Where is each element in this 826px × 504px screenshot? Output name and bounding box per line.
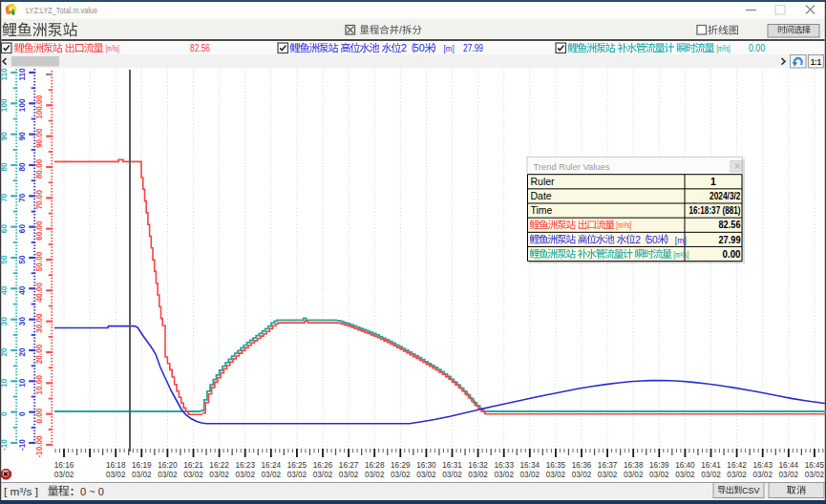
svg-text:50: 50 bbox=[413, 42, 425, 53]
svg-text:16:23: 16:23 bbox=[235, 460, 255, 470]
svg-text:03/02: 03/02 bbox=[701, 470, 721, 479]
svg-text:90.00: 90.00 bbox=[35, 128, 44, 148]
svg-text:03/02: 03/02 bbox=[365, 470, 385, 479]
svg-text:40.00: 40.00 bbox=[35, 283, 44, 303]
svg-text:100.00: 100.00 bbox=[35, 94, 44, 118]
svg-text:70.00: 70.00 bbox=[35, 190, 44, 210]
svg-text:10: 10 bbox=[0, 378, 9, 388]
svg-text:03/02: 03/02 bbox=[779, 470, 799, 479]
svg-text:03/02: 03/02 bbox=[287, 470, 307, 479]
svg-text:CSV: CSV bbox=[742, 486, 760, 495]
svg-text:16:16: 16:16 bbox=[54, 460, 74, 470]
svg-text:16:41: 16:41 bbox=[701, 460, 721, 470]
svg-text:16:21: 16:21 bbox=[183, 460, 203, 470]
svg-text:100: 100 bbox=[18, 98, 27, 112]
svg-text:Time: Time bbox=[531, 204, 553, 216]
svg-text:03/02: 03/02 bbox=[494, 470, 514, 479]
svg-text:03/02: 03/02 bbox=[572, 470, 592, 479]
svg-text:16:40: 16:40 bbox=[675, 460, 695, 470]
svg-text:03/02: 03/02 bbox=[391, 470, 411, 479]
svg-text:03/02: 03/02 bbox=[546, 470, 566, 479]
svg-text:40: 40 bbox=[18, 285, 27, 295]
svg-text:03/02: 03/02 bbox=[805, 470, 825, 479]
svg-text:0.00: 0.00 bbox=[35, 408, 44, 423]
svg-text:[m]: [m] bbox=[675, 236, 687, 245]
svg-text:82.56: 82.56 bbox=[190, 43, 210, 53]
svg-text:-10: -10 bbox=[18, 439, 27, 451]
svg-text:03/02: 03/02 bbox=[209, 470, 229, 479]
svg-text:16:20: 16:20 bbox=[158, 460, 178, 470]
svg-text:16:22: 16:22 bbox=[209, 460, 229, 470]
svg-text:0: 0 bbox=[0, 411, 9, 416]
svg-text:16:18:37 (881): 16:18:37 (881) bbox=[689, 205, 741, 216]
svg-text:100: 100 bbox=[0, 98, 9, 112]
svg-text:/: / bbox=[399, 24, 402, 35]
svg-text:60.00: 60.00 bbox=[35, 220, 44, 241]
svg-text:16:26: 16:26 bbox=[313, 460, 333, 470]
svg-text:0.00: 0.00 bbox=[723, 249, 741, 260]
svg-text:10: 10 bbox=[18, 378, 27, 388]
svg-text:03/02: 03/02 bbox=[339, 470, 359, 479]
svg-text:16:45: 16:45 bbox=[805, 460, 825, 470]
svg-text:50: 50 bbox=[18, 255, 27, 264]
svg-text:60: 60 bbox=[18, 224, 27, 234]
svg-text:50: 50 bbox=[646, 235, 658, 245]
svg-text:[m³/s]: [m³/s] bbox=[673, 250, 688, 260]
svg-text:30: 30 bbox=[18, 317, 27, 326]
svg-text:16:44: 16:44 bbox=[779, 460, 799, 470]
svg-text:110: 110 bbox=[0, 68, 9, 81]
svg-text:03/02: 03/02 bbox=[598, 470, 618, 479]
svg-text:Trend Ruler Values: Trend Ruler Values bbox=[534, 161, 610, 172]
svg-text:1:1: 1:1 bbox=[811, 58, 821, 67]
svg-text:0: 0 bbox=[18, 411, 27, 416]
svg-text:03/02: 03/02 bbox=[313, 470, 333, 479]
svg-text::: : bbox=[71, 485, 74, 498]
svg-text:90: 90 bbox=[0, 132, 9, 141]
svg-text:2024/3/2: 2024/3/2 bbox=[710, 191, 741, 201]
svg-text:LYZ:LYZ_Total.In.value: LYZ:LYZ_Total.In.value bbox=[26, 5, 97, 15]
svg-text:2: 2 bbox=[635, 235, 641, 245]
svg-text:16:29: 16:29 bbox=[391, 460, 411, 470]
svg-text:-10: -10 bbox=[0, 439, 9, 451]
svg-text:16:35: 16:35 bbox=[546, 460, 566, 470]
svg-text:27.99: 27.99 bbox=[463, 43, 483, 53]
svg-text:110: 110 bbox=[18, 68, 27, 81]
svg-text:[m]: [m] bbox=[444, 44, 455, 53]
svg-text:60: 60 bbox=[0, 224, 9, 234]
svg-text:80.00: 80.00 bbox=[35, 158, 44, 178]
svg-text:0.00: 0.00 bbox=[749, 43, 765, 53]
svg-text:03/02: 03/02 bbox=[468, 470, 488, 479]
svg-text:03/02: 03/02 bbox=[675, 470, 695, 479]
svg-text:16:19: 16:19 bbox=[132, 460, 152, 470]
svg-text:03/02: 03/02 bbox=[183, 470, 203, 479]
svg-text:16:25: 16:25 bbox=[287, 460, 307, 470]
svg-text:03/02: 03/02 bbox=[132, 470, 152, 479]
svg-text:80: 80 bbox=[18, 162, 27, 172]
svg-text:03/02: 03/02 bbox=[158, 470, 178, 479]
svg-text:16:33: 16:33 bbox=[494, 460, 514, 470]
svg-text:70: 70 bbox=[0, 193, 9, 202]
svg-text:03/02: 03/02 bbox=[416, 470, 436, 479]
svg-text:03/02: 03/02 bbox=[752, 470, 773, 479]
svg-text:16:30: 16:30 bbox=[416, 460, 436, 470]
svg-text:16:36: 16:36 bbox=[572, 460, 592, 470]
svg-text:-10.00: -10.00 bbox=[35, 435, 44, 458]
svg-text:03/02: 03/02 bbox=[54, 470, 74, 479]
svg-text:Date: Date bbox=[531, 190, 552, 201]
svg-text:2: 2 bbox=[401, 42, 407, 53]
svg-text:1: 1 bbox=[710, 176, 716, 187]
svg-text:0 ~ 0: 0 ~ 0 bbox=[80, 486, 104, 497]
svg-text:16:28: 16:28 bbox=[365, 460, 385, 470]
svg-text:16:27: 16:27 bbox=[339, 460, 359, 470]
svg-text:16:31: 16:31 bbox=[442, 460, 462, 470]
svg-text:03/02: 03/02 bbox=[262, 470, 282, 479]
svg-text:16:39: 16:39 bbox=[649, 460, 669, 470]
svg-text:03/02: 03/02 bbox=[442, 470, 462, 479]
svg-text:20: 20 bbox=[0, 347, 9, 357]
svg-text:16:42: 16:42 bbox=[727, 460, 747, 470]
svg-text:90: 90 bbox=[18, 132, 27, 141]
svg-text:50: 50 bbox=[0, 255, 9, 264]
svg-text:30: 30 bbox=[0, 317, 9, 326]
svg-text:03/02: 03/02 bbox=[106, 470, 126, 479]
svg-text:20: 20 bbox=[18, 347, 27, 357]
